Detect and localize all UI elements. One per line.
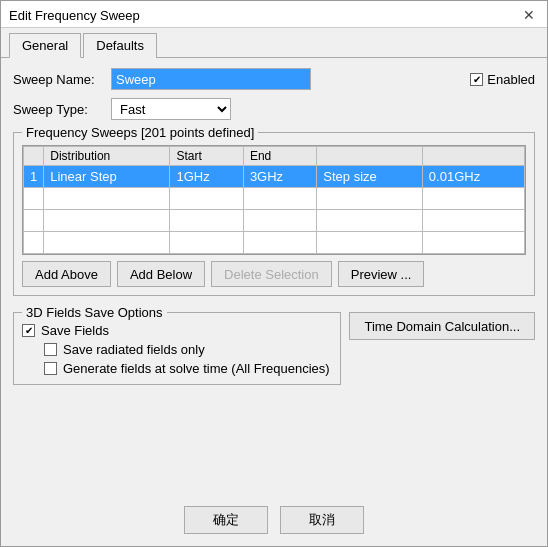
close-button[interactable]: ✕ [519, 7, 539, 23]
col-start: Start [170, 147, 243, 166]
generate-fields-checkbox[interactable] [44, 362, 57, 375]
empty-row-2 [24, 210, 525, 232]
empty-row-3 [24, 232, 525, 254]
row-end: 3GHz [243, 166, 316, 188]
table-row[interactable]: 1 Linear Step 1GHz 3GHz Step size 0.01GH… [24, 166, 525, 188]
sweep-type-label: Sweep Type: [13, 102, 103, 117]
empty-row-1 [24, 188, 525, 210]
window-title: Edit Frequency Sweep [9, 8, 140, 23]
col-end: End [243, 147, 316, 166]
right-options: Time Domain Calculation... [349, 308, 535, 385]
save-radiated-row: Save radiated fields only [22, 342, 332, 357]
sweep-name-input[interactable] [111, 68, 311, 90]
generate-fields-row: Generate fields at solve time (All Frequ… [22, 361, 332, 376]
col-extra-label [317, 147, 423, 166]
col-extra-value [422, 147, 524, 166]
frequency-sweeps-title: Frequency Sweeps [201 points defined] [22, 125, 258, 140]
time-domain-button[interactable]: Time Domain Calculation... [349, 312, 535, 340]
tab-defaults[interactable]: Defaults [83, 33, 157, 58]
sweep-name-label: Sweep Name: [13, 72, 103, 87]
bottom-section: 3D Fields Save Options ✔ Save Fields Sav… [13, 308, 535, 385]
footer: 确定 取消 [1, 498, 547, 546]
ok-button[interactable]: 确定 [184, 506, 268, 534]
enabled-checkbox[interactable]: ✔ [470, 73, 483, 86]
row-extra-value: 0.01GHz [422, 166, 524, 188]
edit-frequency-sweep-window: Edit Frequency Sweep ✕ General Defaults … [0, 0, 548, 547]
add-below-button[interactable]: Add Below [117, 261, 205, 287]
save-fields-checkbox[interactable]: ✔ [22, 324, 35, 337]
save-radiated-label: Save radiated fields only [63, 342, 205, 357]
row-start: 1GHz [170, 166, 243, 188]
save-fields-row: ✔ Save Fields [22, 323, 332, 338]
title-bar: Edit Frequency Sweep ✕ [1, 1, 547, 28]
cancel-button[interactable]: 取消 [280, 506, 364, 534]
sweep-type-row: Sweep Type: Fast Slow Discrete [13, 98, 535, 120]
sweep-buttons: Add Above Add Below Delete Selection Pre… [22, 261, 526, 287]
tabs-container: General Defaults [1, 28, 547, 58]
row-extra-label: Step size [317, 166, 423, 188]
col-num [24, 147, 44, 166]
sweep-type-select[interactable]: Fast Slow Discrete [111, 98, 231, 120]
fields-save-options-group: 3D Fields Save Options ✔ Save Fields Sav… [13, 312, 341, 385]
row-distribution: Linear Step [44, 166, 170, 188]
enabled-row: ✔ Enabled [470, 72, 535, 87]
content-area: Sweep Name: ✔ Enabled Sweep Type: Fast S… [1, 58, 547, 498]
sweep-table-wrapper: Distribution Start End 1 Linear Step 1GH… [22, 145, 526, 255]
generate-fields-label: Generate fields at solve time (All Frequ… [63, 361, 330, 376]
save-radiated-checkbox[interactable] [44, 343, 57, 356]
sweep-table: Distribution Start End 1 Linear Step 1GH… [23, 146, 525, 254]
enabled-label: Enabled [487, 72, 535, 87]
fields-save-options-title: 3D Fields Save Options [22, 305, 167, 320]
preview-button[interactable]: Preview ... [338, 261, 425, 287]
tab-general[interactable]: General [9, 33, 81, 58]
save-fields-label: Save Fields [41, 323, 109, 338]
col-distribution: Distribution [44, 147, 170, 166]
delete-selection-button[interactable]: Delete Selection [211, 261, 332, 287]
add-above-button[interactable]: Add Above [22, 261, 111, 287]
table-header-row: Distribution Start End [24, 147, 525, 166]
frequency-sweeps-group: Frequency Sweeps [201 points defined] Di… [13, 132, 535, 296]
sweep-name-row: Sweep Name: ✔ Enabled [13, 68, 535, 90]
row-num: 1 [24, 166, 44, 188]
